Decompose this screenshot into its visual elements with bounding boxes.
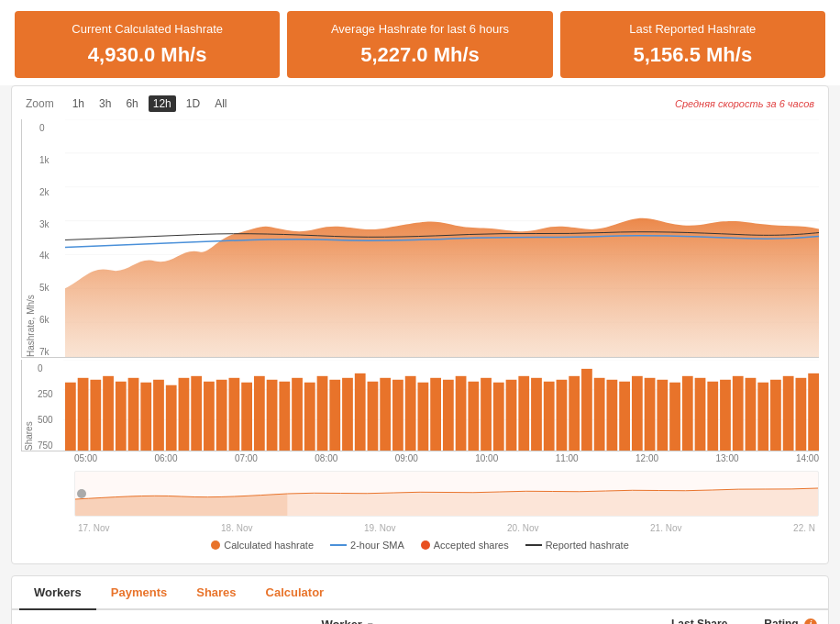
annotation-text: Средняя скорость за 6 часов: [670, 96, 819, 111]
chart-legend: Calculated hashrate 2-hour SMA Accepted …: [21, 534, 819, 554]
legend-label-reported: Reported hashrate: [546, 540, 629, 551]
svg-rect-15: [103, 376, 114, 451]
y-axis-label: Hashrate, Mh/s: [22, 119, 36, 357]
svg-rect-70: [795, 378, 806, 451]
svg-rect-35: [355, 373, 366, 451]
zoom-3h[interactable]: 3h: [94, 95, 116, 112]
svg-rect-66: [746, 378, 757, 451]
svg-rect-46: [493, 383, 504, 451]
svg-rect-33: [329, 380, 340, 451]
svg-rect-25: [228, 378, 239, 451]
tabs-header: Workers Payments Shares Calculator: [12, 576, 828, 610]
shares-plot: [63, 360, 819, 451]
top-cards: Current Calculated Hashrate 4,930.0 Mh/s…: [0, 0, 840, 85]
legend-calculated-hashrate: Calculated hashrate: [211, 540, 314, 551]
mini-chart[interactable]: [74, 471, 819, 517]
svg-rect-26: [241, 383, 252, 451]
svg-rect-55: [606, 380, 617, 451]
svg-rect-16: [116, 382, 127, 451]
chart-area: Hashrate, Mh/s 7k 6k 5k 4k 3k 2k 1k 0: [21, 119, 819, 534]
reported-hashrate-title: Last Reported Hashrate: [569, 22, 816, 36]
svg-rect-43: [456, 376, 467, 451]
svg-rect-60: [669, 383, 680, 451]
mini-chart-labels: 17. Nov 18. Nov 19. Nov 20. Nov 21. Nov …: [74, 522, 819, 534]
svg-rect-49: [531, 378, 542, 451]
average-hashrate-title: Average Hashrate for last 6 hours: [296, 22, 543, 36]
rating-col: Rating i: [764, 618, 817, 624]
svg-rect-18: [140, 383, 151, 451]
svg-rect-41: [430, 378, 441, 451]
legend-label-calculated: Calculated hashrate: [224, 540, 314, 551]
svg-rect-53: [581, 369, 592, 451]
svg-rect-45: [481, 378, 492, 451]
legend-accepted-shares: Accepted shares: [421, 540, 509, 551]
chart-container: Zoom 1h 3h 6h 12h 1D All Средняя скорост…: [11, 85, 829, 564]
svg-rect-36: [368, 382, 379, 451]
hashrate-svg: [65, 119, 819, 357]
svg-rect-68: [770, 380, 781, 451]
legend-label-sma: 2-hour SMA: [350, 540, 404, 551]
svg-rect-27: [254, 376, 265, 451]
svg-rect-61: [682, 376, 693, 451]
svg-rect-34: [342, 378, 353, 451]
zoom-all[interactable]: All: [210, 95, 231, 112]
shares-svg: [63, 360, 819, 451]
svg-rect-13: [78, 378, 89, 451]
shares-y-ticks: 750 500 250 0: [34, 360, 63, 451]
mini-scrollbar[interactable]: [77, 489, 86, 498]
legend-line-sma: [330, 544, 347, 546]
svg-rect-69: [783, 376, 794, 451]
last-share-col: Last Share: [671, 618, 727, 624]
legend-dot-shares: [421, 540, 430, 550]
tab-calculator[interactable]: Calculator: [251, 576, 339, 610]
svg-rect-63: [707, 382, 718, 451]
svg-rect-37: [380, 378, 391, 451]
shares-y-label: Shares: [22, 360, 34, 451]
reported-hashrate-card: Last Reported Hashrate 5,156.5 Mh/s: [560, 11, 825, 78]
svg-rect-62: [695, 378, 706, 451]
worker-sort-arrow: ▾: [368, 619, 373, 624]
svg-rect-67: [757, 383, 768, 451]
svg-rect-54: [594, 378, 605, 451]
y-ticks: 7k 6k 5k 4k 3k 2k 1k 0: [36, 119, 65, 357]
svg-rect-19: [153, 380, 164, 451]
svg-rect-20: [166, 385, 177, 451]
zoom-6h[interactable]: 6h: [121, 95, 142, 112]
svg-rect-65: [733, 376, 744, 451]
average-hashrate-card: Average Hashrate for last 6 hours 5,227.…: [287, 11, 552, 78]
legend-line-reported: [525, 544, 542, 546]
svg-rect-50: [544, 382, 555, 451]
svg-rect-51: [557, 380, 568, 451]
zoom-1d[interactable]: 1D: [182, 95, 204, 112]
svg-rect-22: [191, 376, 202, 451]
svg-rect-40: [417, 383, 428, 451]
worker-col-header[interactable]: Worker ▾: [23, 618, 671, 624]
zoom-12h[interactable]: 12h: [149, 95, 176, 112]
hashrate-chart-plot: [65, 119, 819, 357]
svg-rect-47: [506, 380, 517, 451]
right-headers: Last Share Rating i: [671, 618, 817, 624]
svg-rect-38: [392, 380, 403, 451]
svg-rect-17: [128, 378, 139, 451]
main-chart: Hashrate, Mh/s 7k 6k 5k 4k 3k 2k 1k 0: [21, 119, 819, 358]
svg-rect-12: [65, 383, 76, 451]
rating-info-icon[interactable]: i: [804, 618, 817, 624]
svg-rect-59: [657, 380, 668, 451]
tab-shares[interactable]: Shares: [182, 576, 250, 610]
svg-rect-32: [317, 376, 328, 451]
svg-rect-31: [304, 383, 315, 451]
zoom-controls: Zoom 1h 3h 6h 12h 1D All Средняя скорост…: [21, 95, 819, 112]
legend-dot-calculated: [211, 540, 220, 550]
mini-chart-svg: [75, 472, 818, 517]
svg-rect-24: [216, 380, 227, 451]
zoom-1h[interactable]: 1h: [68, 95, 89, 112]
tab-workers[interactable]: Workers: [19, 576, 96, 610]
svg-rect-42: [443, 380, 454, 451]
tabs-section: Workers Payments Shares Calculator Worke…: [11, 575, 829, 624]
svg-rect-48: [518, 376, 529, 451]
legend-label-shares: Accepted shares: [434, 540, 509, 551]
svg-rect-23: [204, 382, 215, 451]
svg-rect-39: [405, 376, 416, 451]
average-hashrate-value: 5,227.0 Mh/s: [296, 43, 543, 67]
tab-payments[interactable]: Payments: [96, 576, 182, 610]
